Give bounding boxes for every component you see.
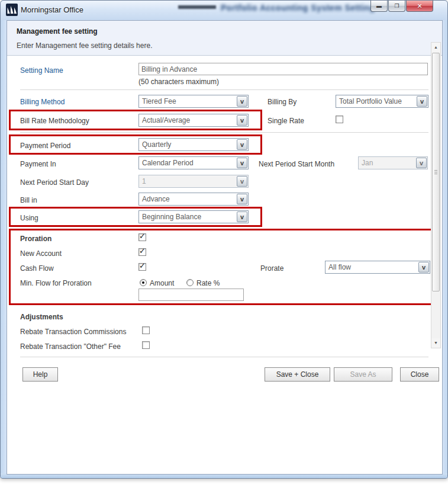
min-flow-label: Min. Flow for Proration [20, 279, 92, 287]
save-close-button[interactable]: Save + Close [265, 367, 330, 382]
scrollbar-thumb[interactable] [432, 53, 440, 291]
next-period-start-month-label: Next Period Start Month [259, 160, 334, 168]
scrollbar-grip [434, 170, 437, 175]
close-window-button[interactable]: ✕ [406, 1, 433, 12]
save-as-button: Save As [334, 367, 392, 382]
minimize-button[interactable]: ▬ [370, 1, 388, 12]
setting-name-hint: (50 characters maximum) [138, 78, 219, 86]
setting-name-input[interactable] [138, 63, 428, 75]
bill-rate-methodology-select[interactable]: Actual/Average v [138, 114, 249, 127]
new-account-checkbox[interactable]: ✓ [138, 248, 146, 256]
divider [20, 132, 428, 133]
proration-checkbox[interactable]: ✓ [138, 233, 146, 241]
payment-period-select[interactable]: Quarterly v [138, 138, 249, 151]
billing-by-value: Total Portfolio Value [339, 97, 402, 105]
divider [20, 357, 428, 357]
chevron-down-icon[interactable]: v [417, 96, 427, 107]
single-rate-label: Single Rate [267, 117, 304, 125]
prorate-value: All flow [328, 263, 351, 271]
chevron-down-icon[interactable]: v [237, 194, 247, 204]
help-button[interactable]: Help [22, 367, 58, 382]
bill-rate-methodology-value: Actual/Average [142, 116, 190, 124]
rebate-commissions-checkbox[interactable] [142, 326, 150, 334]
next-period-start-day-label: Next Period Start Day [20, 178, 89, 187]
dialog-content: Management fee setting Enter Management … [7, 20, 443, 475]
scroll-up-icon[interactable]: ▲ [431, 43, 440, 52]
prorate-select[interactable]: All flow v [325, 261, 430, 274]
amount-radio[interactable] [140, 279, 147, 286]
background-window-title: Portfolio Accounting System Setting [221, 3, 375, 12]
min-flow-input[interactable] [138, 289, 244, 301]
close-button[interactable]: Close [400, 367, 439, 382]
billing-method-value: Tiered Fee [142, 97, 176, 105]
rate-radio-label: Rate % [196, 279, 220, 287]
billing-method-label: Billing Method [20, 98, 65, 106]
scroll-down-icon[interactable]: ▼ [431, 338, 440, 348]
check-icon: ✓ [139, 261, 146, 270]
page-title: Management fee setting [17, 27, 98, 36]
check-icon: ✓ [139, 246, 146, 255]
cash-flow-label: Cash Flow [20, 264, 54, 273]
bill-in-value: Advance [142, 195, 170, 203]
rebate-commissions-label: Rebate Transaction Commissions [20, 328, 126, 336]
prorate-label: Prorate [260, 264, 283, 273]
billing-by-select[interactable]: Total Portfolio Value v [336, 95, 428, 108]
payment-in-value: Calendar Period [142, 159, 194, 167]
next-period-start-day-value: 1 [142, 177, 146, 185]
payment-period-label: Payment Period [20, 142, 70, 150]
vertical-scrollbar[interactable]: ▲ ▼ [431, 42, 441, 348]
window-title: Morningstar Office [21, 5, 83, 14]
billing-by-label: Billing By [267, 98, 296, 106]
chevron-down-icon: v [237, 176, 247, 187]
page-subtitle: Enter Management fee setting details her… [17, 41, 152, 50]
new-account-label: New Account [20, 249, 62, 258]
maximize-button[interactable]: ❐ [388, 1, 405, 12]
chevron-down-icon[interactable]: v [418, 262, 429, 273]
next-period-start-day-select: 1 v [138, 175, 249, 188]
payment-in-label: Payment In [20, 160, 56, 168]
chevron-down-icon[interactable]: v [237, 115, 247, 126]
background-window-blur-bar [178, 5, 216, 9]
cash-flow-checkbox[interactable]: ✓ [138, 263, 146, 271]
minimize-icon: ▬ [376, 3, 382, 9]
next-period-start-month-select: Jan v [358, 156, 428, 169]
window-frame-left [1, 20, 7, 473]
payment-in-select[interactable]: Calendar Period v [138, 156, 249, 169]
setting-name-label: Setting Name [20, 66, 63, 75]
fee-setting-form: Setting Name (50 characters maximum) Bil… [7, 56, 442, 383]
chevron-down-icon[interactable]: v [237, 139, 247, 150]
proration-label: Proration [20, 235, 51, 243]
chevron-down-icon[interactable]: v [237, 96, 247, 107]
single-rate-checkbox[interactable] [336, 116, 343, 123]
adjustments-title: Adjustments [20, 313, 63, 321]
dialog-header: Management fee setting Enter Management … [7, 21, 442, 56]
bill-in-label: Bill in [20, 196, 37, 204]
using-select[interactable]: Beginning Balance v [138, 210, 249, 223]
payment-period-value: Quarterly [142, 140, 171, 149]
amount-radio-label: Amount [150, 279, 174, 287]
divider [20, 89, 428, 90]
using-value: Beginning Balance [142, 213, 201, 221]
rate-radio[interactable] [186, 279, 194, 286]
chevron-down-icon: v [416, 158, 427, 168]
title-bar[interactable]: Morningstar Office Portfolio Accounting … [1, 1, 447, 20]
morningstar-office-window: Morningstar Office Portfolio Accounting … [0, 0, 448, 479]
chevron-down-icon[interactable]: v [237, 158, 247, 168]
check-icon: ✓ [139, 232, 146, 241]
rebate-other-fee-label: Rebate Transaction "Other" Fee [20, 342, 121, 351]
morningstar-logo-icon [6, 4, 18, 16]
close-icon: ✕ [417, 2, 422, 9]
billing-method-select[interactable]: Tiered Fee v [138, 95, 249, 108]
bill-rate-methodology-label: Bill Rate Methodology [20, 117, 89, 125]
next-period-start-month-value: Jan [362, 159, 373, 167]
rebate-other-fee-checkbox[interactable] [142, 341, 150, 349]
chevron-down-icon[interactable]: v [237, 212, 247, 222]
using-label: Using [20, 214, 38, 222]
bill-in-select[interactable]: Advance v [138, 193, 249, 206]
maximize-icon: ❐ [394, 3, 399, 9]
